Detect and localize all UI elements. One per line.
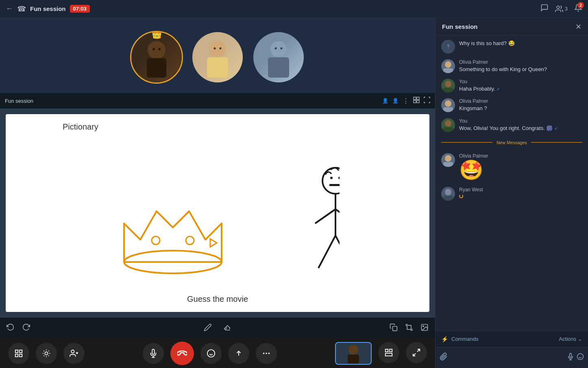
emoji-react-button[interactable] — [200, 343, 222, 364]
participant-avatar-1[interactable]: 👑 — [130, 31, 183, 84]
avatar-ryan — [441, 187, 455, 201]
more-options-button[interactable] — [256, 343, 277, 364]
sender-olivia-1: Olivia Palmer — [459, 59, 582, 65]
svg-rect-37 — [20, 354, 22, 357]
chat-icon[interactable] — [540, 4, 549, 14]
mic-button[interactable] — [143, 343, 164, 364]
redo-icon[interactable] — [22, 323, 30, 333]
session-title: Fun session — [30, 5, 66, 12]
svg-rect-24 — [329, 184, 340, 186]
session-bar: Fun session 👤 👤 ⋮ — [0, 93, 435, 108]
message-group-3: You Haha Probably. ✓ — [441, 79, 582, 93]
grid-view-icon[interactable] — [413, 97, 420, 105]
participants-icon[interactable]: 3 — [555, 5, 568, 13]
participants-row: 👑 — [0, 18, 435, 93]
commands-icon: ⚡ — [441, 336, 448, 342]
svg-point-18 — [152, 236, 160, 245]
close-chat-button[interactable]: ✕ — [575, 22, 581, 31]
chat-emoji-icon[interactable] — [577, 353, 584, 362]
top-bar: ← ☎ Fun session 07:03 3 2 — [0, 0, 588, 18]
svg-rect-59 — [443, 68, 453, 73]
svg-rect-2 — [147, 58, 166, 78]
svg-point-4 — [158, 48, 161, 50]
commands-label[interactable]: Commands — [451, 336, 478, 342]
svg-rect-54 — [390, 349, 392, 352]
message-content-5: You Wow, Olivia! You got right. Congrats… — [459, 118, 582, 132]
big-emoji: 🤩 — [459, 160, 582, 181]
eraser-icon[interactable] — [223, 323, 231, 333]
participant-avatar-3[interactable] — [252, 31, 305, 84]
chat-input-area — [436, 347, 588, 368]
svg-rect-15 — [414, 100, 416, 103]
effects-button[interactable] — [36, 343, 57, 364]
whiteboard: Pictionary — [6, 114, 429, 312]
svg-line-29 — [335, 236, 340, 268]
message-content-8: Ryan West — [459, 187, 582, 198]
whiteboard-title: Pictionary — [14, 122, 98, 132]
svg-point-66 — [445, 155, 451, 162]
layout-button[interactable] — [378, 342, 399, 363]
svg-point-11 — [275, 47, 277, 49]
svg-point-22 — [330, 177, 333, 179]
copy-icon[interactable] — [390, 323, 398, 333]
svg-rect-52 — [348, 355, 359, 364]
svg-point-21 — [322, 168, 340, 194]
avatar-small-1: 👤 — [382, 98, 388, 104]
svg-rect-65 — [443, 127, 453, 132]
back-icon[interactable]: ← — [6, 4, 13, 13]
new-messages-divider: New Messages — [441, 140, 582, 145]
message-text-3: Haha Probably. ✓ — [459, 85, 582, 93]
chat-input-field[interactable] — [450, 355, 564, 361]
toolbar-right — [390, 323, 429, 333]
end-call-button[interactable] — [170, 342, 194, 365]
actions-label: Actions — [559, 336, 576, 342]
attach-icon[interactable] — [440, 353, 448, 363]
chat-mic-icon[interactable] — [567, 353, 574, 362]
drawing-toolbar — [0, 318, 435, 339]
image-icon[interactable] — [420, 323, 429, 333]
svg-point-58 — [445, 61, 451, 68]
grid-button[interactable] — [8, 343, 29, 364]
svg-rect-6 — [207, 57, 228, 78]
avatar-you-2 — [441, 118, 455, 132]
more-options-icon[interactable]: ⋮ — [403, 97, 409, 105]
message-group-7: Olivia Palmer 🤩 — [441, 153, 582, 181]
message-text-2: Something to do with King or Queen? — [459, 66, 582, 73]
timer-badge: 07:03 — [70, 5, 90, 13]
fullscreen-button[interactable] — [406, 342, 427, 363]
svg-rect-10 — [268, 57, 289, 78]
svg-rect-67 — [443, 162, 453, 167]
message-text-4: Kingsman ? — [459, 105, 582, 112]
svg-line-28 — [318, 236, 335, 268]
message-content-7: Olivia Palmer 🤩 — [459, 153, 582, 181]
sender-you-1: You — [459, 79, 582, 84]
actions-button[interactable]: Actions ⌄ — [559, 336, 582, 342]
fullscreen-icon[interactable] — [424, 97, 430, 105]
crop-icon[interactable] — [405, 323, 413, 333]
drawing-svg — [96, 142, 340, 284]
svg-point-12 — [281, 47, 283, 49]
svg-rect-34 — [15, 350, 18, 353]
participant-avatar-2[interactable] — [191, 31, 244, 84]
message-group-8: Ryan West — [441, 187, 582, 201]
bell-icon[interactable]: 2 — [574, 4, 582, 14]
svg-point-23 — [338, 177, 340, 179]
svg-point-1 — [148, 41, 166, 59]
svg-line-57 — [413, 353, 416, 356]
svg-point-3 — [152, 48, 155, 50]
pencil-icon[interactable] — [204, 323, 212, 333]
self-view-thumbnail[interactable] — [335, 342, 372, 365]
svg-rect-13 — [414, 97, 416, 100]
svg-line-26 — [315, 209, 335, 223]
toolbar-left — [7, 323, 30, 333]
svg-point-72 — [577, 354, 584, 360]
undo-icon[interactable] — [7, 323, 15, 333]
message-group-4: Olivia Palmer Kingsman ? — [441, 98, 582, 112]
avatar-small-2: 👤 — [392, 98, 399, 104]
svg-point-7 — [214, 47, 216, 49]
add-person-button[interactable] — [63, 343, 85, 364]
session-controls: 👤 👤 ⋮ — [382, 97, 430, 105]
share-button[interactable] — [228, 343, 249, 364]
phone-icon[interactable]: ☎ — [17, 4, 26, 13]
svg-point-60 — [445, 81, 451, 87]
